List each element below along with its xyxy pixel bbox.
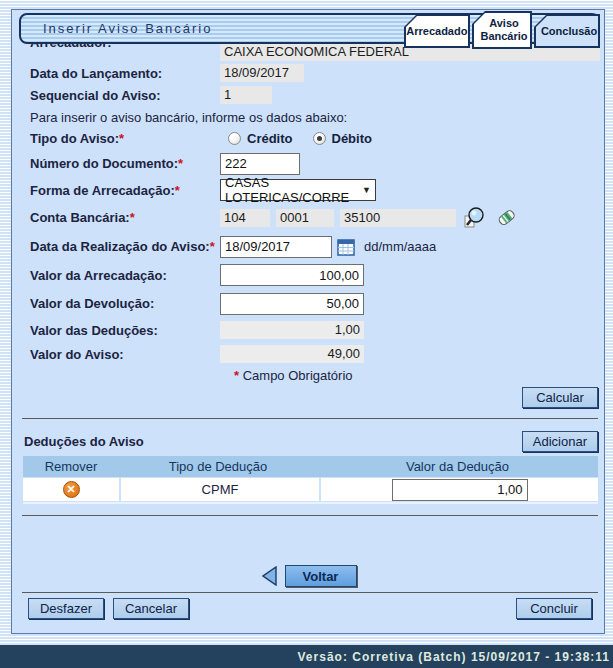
tab-aviso-bancario-label: Aviso Bancário [474, 13, 530, 47]
divider [22, 418, 598, 419]
row-numero-documento: Número do Documento:* [20, 151, 598, 176]
forma-arrecadacao-select[interactable]: CASAS LOTERICAS/CORRE ▼ [220, 179, 376, 201]
deducoes-header: Deduções do Aviso Adicionar [20, 430, 598, 452]
cell-remover: ✕ [23, 478, 119, 501]
cell-tipo-deducao: CPMF [121, 478, 319, 501]
valor-aviso-value: 49,00 [220, 345, 364, 363]
voltar-button[interactable]: Voltar [285, 565, 357, 587]
data-lancamento-label: Data do Lançamento: [20, 66, 220, 81]
valor-arrecadacao-label: Valor da Arrecadação: [20, 268, 220, 283]
row-sequencial: Sequencial do Aviso: 1 [20, 85, 598, 105]
row-valor-arrecadacao: Valor da Arrecadação: [20, 262, 598, 288]
table-row: ✕ CPMF [23, 478, 598, 501]
page: { "header": { "title": "Inserir Aviso Ba… [0, 0, 613, 668]
version-text: Versão: Corretiva (Batch) 15/09/2017 - 1… [298, 650, 613, 664]
row-data-realizacao: Data da Realização do Aviso:* dd/mm/aaaa [20, 233, 598, 260]
valor-devolucao-label: Valor da Devolução: [20, 296, 220, 311]
required-note: * * Campo ObrigatórioCampo Obrigatório [20, 367, 598, 383]
footer-bar: Versão: Corretiva (Batch) 15/09/2017 - 1… [0, 645, 613, 668]
required-note-visible: Campo Obrigatório [243, 368, 353, 383]
form-instruction: Para inserir o aviso bancário, informe o… [20, 107, 598, 127]
back-arrow-icon[interactable] [262, 566, 277, 586]
col-tipo-deducao: Tipo de Dedução [119, 456, 317, 477]
valor-arrecadacao-input[interactable] [220, 264, 364, 286]
valor-deducoes-label: Valor das Deduções: [20, 323, 220, 338]
calcular-row: Calcular [20, 387, 598, 408]
deducoes-table: Remover Tipo de Dedução Valor da Dedução… [23, 456, 598, 501]
tab-conclusao-label: Conclusão [536, 16, 598, 46]
row-valor-deducoes: Valor das Deduções: 1,00 [20, 319, 598, 341]
sequencial-value: 1 [220, 86, 272, 104]
row-conta-bancaria: Conta Bancária:* 104 0001 35100 [20, 204, 598, 231]
form-area: Arrecadador: 104 CAIXA ECONOMICA FEDERAL… [20, 23, 598, 619]
forma-arrecadacao-value: CASAS LOTERICAS/CORRE [225, 175, 362, 205]
calendar-icon [337, 238, 355, 256]
required-asterisk: * [119, 131, 124, 146]
voltar-row: Voltar [20, 564, 598, 588]
deducao-valor-input[interactable] [392, 479, 528, 501]
clear-account-button[interactable] [494, 205, 520, 231]
calendar-picker-button[interactable] [336, 237, 356, 257]
bottom-actions: Desfazer Cancelar Concluir [28, 598, 592, 619]
numero-documento-label: Número do Documento:* [20, 156, 220, 171]
data-realizacao-input[interactable] [220, 236, 332, 258]
concluir-button[interactable]: Concluir [516, 598, 592, 619]
numero-documento-input[interactable] [220, 153, 300, 175]
row-valor-aviso: Valor do Aviso: 49,00 [20, 343, 598, 365]
valor-devolucao-input[interactable] [220, 293, 364, 315]
search-account-button[interactable] [462, 205, 488, 231]
tab-aviso-bancario[interactable]: Aviso Bancário [472, 11, 532, 49]
row-tipo-aviso: Tipo do Aviso:* Crédito Débito [20, 127, 598, 149]
date-format-hint: dd/mm/aaaa [364, 239, 436, 254]
radio-debito[interactable] [313, 132, 326, 145]
remove-row-icon[interactable]: ✕ [63, 481, 80, 498]
chevron-down-icon: ▼ [362, 185, 371, 195]
row-forma-arrecadacao: Forma de Arrecadação:* CASAS LOTERICAS/C… [20, 178, 598, 202]
radio-credito-label: Crédito [247, 131, 293, 146]
deducoes-title: Deduções do Aviso [20, 434, 144, 449]
conta-banco: 104 [220, 209, 270, 227]
col-valor-deducao: Valor da Dedução [317, 456, 598, 477]
required-asterisk: * [178, 156, 183, 171]
data-realizacao-label: Data da Realização do Aviso:* [20, 239, 220, 254]
conta-bancaria-label: Conta Bancária:* [20, 210, 220, 225]
page-title: Inserir Aviso Bancário [21, 21, 213, 36]
required-asterisk: * [130, 210, 135, 225]
table-bottom-line [23, 502, 598, 504]
valor-deducoes-value: 1,00 [220, 321, 364, 339]
radio-credito[interactable] [228, 132, 241, 145]
tab-conclusao[interactable]: Conclusão [534, 14, 600, 48]
tab-arrecadador[interactable]: Arrecadador [404, 14, 470, 48]
calcular-button[interactable]: Calcular [522, 387, 598, 408]
divider [22, 592, 598, 593]
conta-numero: 35100 [340, 209, 456, 227]
radio-debito-label: Débito [332, 131, 372, 146]
main-panel: Inserir Aviso Bancário Arrecadador Aviso… [11, 9, 605, 634]
tab-arrecadador-label: Arrecadador [406, 16, 468, 46]
cell-valor-deducao [321, 478, 598, 501]
adicionar-button[interactable]: Adicionar [522, 431, 598, 452]
cancelar-button[interactable]: Cancelar [113, 598, 189, 619]
magnifier-icon [463, 206, 487, 230]
eraser-icon [495, 206, 519, 230]
wizard-tabs: Arrecadador Aviso Bancário Conclusão [404, 11, 600, 49]
conta-agencia: 0001 [276, 209, 334, 227]
data-realizacao-controls: dd/mm/aaaa [220, 236, 436, 258]
tipo-aviso-label: Tipo do Aviso:* [20, 131, 220, 146]
conta-bancaria-values: 104 0001 35100 [220, 205, 520, 231]
data-lancamento-value: 18/09/2017 [220, 64, 304, 82]
deducoes-table-header: Remover Tipo de Dedução Valor da Dedução [23, 456, 598, 477]
desfazer-button[interactable]: Desfazer [28, 598, 104, 619]
col-remover: Remover [23, 456, 119, 477]
tipo-aviso-radio-group: Crédito Débito [220, 127, 386, 149]
required-asterisk: * [175, 183, 180, 198]
row-valor-devolucao: Valor da Devolução: [20, 290, 598, 317]
sequencial-label: Sequencial do Aviso: [20, 88, 220, 103]
forma-arrecadacao-label: Forma de Arrecadação:* [20, 183, 220, 198]
row-data-lancamento: Data do Lançamento: 18/09/2017 [20, 63, 598, 83]
valor-aviso-label: Valor do Aviso: [20, 347, 220, 362]
required-asterisk: * [210, 239, 215, 254]
divider [22, 515, 598, 516]
